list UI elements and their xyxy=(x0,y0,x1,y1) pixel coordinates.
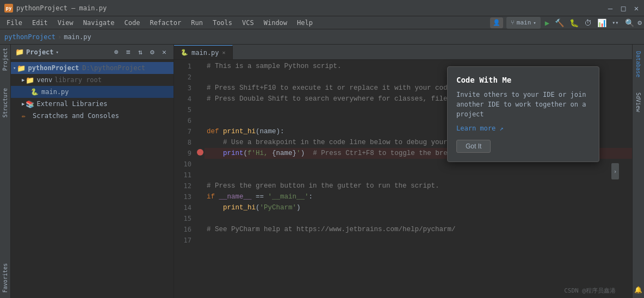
sidebar-item-sdview[interactable]: SdView xyxy=(633,88,643,116)
breakpoint-marker[interactable] xyxy=(197,149,203,156)
tree-item-root[interactable]: ▾ 📁 pythonProject D:\pythonProject xyxy=(11,62,174,74)
line-num-7: 7 xyxy=(174,126,191,137)
close-button[interactable]: ✕ xyxy=(633,5,640,11)
menu-run[interactable]: Run xyxy=(187,18,207,28)
user-icon[interactable]: 👤 xyxy=(490,17,503,28)
project-panel-header: 📁 Project ▾ ⊕ ≡ ⇅ ⚙ ✕ xyxy=(11,45,174,60)
sidebar-item-structure[interactable]: Structure xyxy=(1,85,10,121)
project-panel-title: Project xyxy=(26,48,54,56)
more-button[interactable]: ▾▾ xyxy=(611,18,620,27)
menu-tools[interactable]: Tools xyxy=(208,18,237,28)
line-num-6: 6 xyxy=(174,115,191,126)
title-bar: py pythonProject – main.py – □ ✕ xyxy=(0,0,644,16)
menu-vcs[interactable]: VCS xyxy=(238,18,258,28)
code-line-13: if __name__ == '__main__': xyxy=(205,191,632,202)
line-num-12: 12 xyxy=(174,181,191,191)
title-bar-left: py pythonProject – main.py xyxy=(4,4,107,13)
scratches-name: Scratches and Consoles xyxy=(33,112,119,120)
venv-name: venv xyxy=(36,76,52,84)
tree-item-main[interactable]: 🐍 main.py xyxy=(11,86,174,98)
app-icon: py xyxy=(4,4,13,13)
branch-selector[interactable]: ⑂ main ▾ xyxy=(506,17,541,29)
ext-libs-name: External Libraries xyxy=(36,100,107,108)
tab-close-icon[interactable]: ✕ xyxy=(222,49,226,55)
venv-suffix: library root xyxy=(54,76,102,84)
editor-tab-main[interactable]: 🐍 main.py ✕ xyxy=(174,45,233,59)
tree-item-scratches[interactable]: ✏ Scratches and Consoles xyxy=(11,110,174,122)
sidebar-item-favorites[interactable]: Favorites xyxy=(2,263,8,293)
menu-bar: File Edit View Navigate Code Refactor Ru… xyxy=(0,16,644,29)
line-num-15: 15 xyxy=(174,213,191,224)
breadcrumb-file[interactable]: main.py xyxy=(64,33,91,41)
breadcrumb: pythonProject › main.py xyxy=(4,33,91,41)
menu-edit[interactable]: Edit xyxy=(28,18,52,28)
branch-name: main xyxy=(517,19,531,26)
learn-more-link[interactable]: Learn more ↗ xyxy=(456,125,590,132)
settings-icon[interactable]: ⚙ xyxy=(147,47,157,57)
locate-file-icon[interactable]: ⊕ xyxy=(112,47,121,57)
popup-description: Invite others to your IDE or join anothe… xyxy=(456,90,590,119)
main-py-name: main.py xyxy=(41,88,69,96)
search-button[interactable]: 🔍 xyxy=(625,18,634,27)
window-controls: – □ ✕ xyxy=(607,5,640,11)
maximize-button[interactable]: □ xyxy=(620,5,627,11)
profile-button[interactable]: ⏱ xyxy=(583,17,593,28)
line-num-11: 11 xyxy=(174,170,191,181)
watermark: CSDN @程序员鑫港 xyxy=(564,287,616,295)
venv-folder-icon: 📁 xyxy=(26,76,34,84)
code-line-12: # Press the green button in the gutter t… xyxy=(205,181,632,191)
breadcrumb-separator: › xyxy=(58,33,61,41)
tree-item-venv[interactable]: ▶ 📁 venv library root xyxy=(11,74,174,86)
collapse-all-icon[interactable]: ≡ xyxy=(123,47,133,57)
close-panel-icon[interactable]: ✕ xyxy=(159,47,169,57)
project-folder-icon: 📁 xyxy=(17,64,26,72)
tab-label: main.py xyxy=(191,49,219,57)
dropdown-arrow-icon[interactable]: ▾ xyxy=(56,49,59,55)
menu-window[interactable]: Window xyxy=(259,18,292,28)
expand-arrow-icon: ▾ xyxy=(13,65,16,71)
line-numbers: 1 2 3 4 5 6 7 8 9 10 11 12 13 14 15 16 1… xyxy=(174,60,196,298)
code-line-11 xyxy=(205,170,632,181)
project-path: D:\pythonProject xyxy=(82,64,145,72)
branch-icon: ⑂ xyxy=(511,19,515,26)
line-num-13: 13 xyxy=(174,191,191,202)
debug-button[interactable]: 🐛 xyxy=(568,17,580,28)
editor-area: 🐍 main.py ✕ 1 2 3 4 5 6 7 8 9 10 11 12 1… xyxy=(174,45,632,298)
line-num-9: 9 xyxy=(174,148,191,159)
breadcrumb-project[interactable]: pythonProject xyxy=(4,33,55,41)
main-layout: Project Structure Favorites 📁 Project ▾ … xyxy=(0,45,644,298)
code-line-16: # See PyCharm help at https://www.jetbra… xyxy=(205,224,632,235)
sidebar-item-database[interactable]: Database xyxy=(633,47,643,82)
sort-icon[interactable]: ⇅ xyxy=(135,47,145,57)
menu-view[interactable]: View xyxy=(53,18,78,28)
line-num-8: 8 xyxy=(174,137,191,148)
run-button[interactable]: ▶ xyxy=(544,17,550,28)
menu-file[interactable]: File xyxy=(2,18,27,28)
build-button[interactable]: 🔨 xyxy=(554,17,565,28)
gutter xyxy=(196,60,205,298)
line-num-2: 2 xyxy=(174,72,191,83)
tree-item-external-libs[interactable]: ▶ 📚 External Libraries xyxy=(11,98,174,110)
project-name: pythonProject xyxy=(28,64,79,72)
tab-bar: 🐍 main.py ✕ xyxy=(174,45,632,60)
coverage-button[interactable]: 📊 xyxy=(596,17,608,28)
right-panel-tabs: Database SdView 🔔 xyxy=(632,45,644,298)
code-line-17 xyxy=(205,235,632,246)
line-num-14: 14 xyxy=(174,202,191,213)
left-panel-tabs: Project Structure Favorites xyxy=(0,45,11,298)
line-num-17: 17 xyxy=(174,235,191,246)
scratches-icon: ✏ xyxy=(22,112,30,120)
line-num-5: 5 xyxy=(174,104,191,115)
menu-navigate[interactable]: Navigate xyxy=(79,18,119,28)
branch-arrow-icon: ▾ xyxy=(533,20,536,26)
menu-refactor[interactable]: Refactor xyxy=(145,18,185,28)
menu-code[interactable]: Code xyxy=(120,18,145,28)
got-it-button[interactable]: Got It xyxy=(456,140,491,153)
notification-icon[interactable]: 🔔 xyxy=(634,286,642,294)
settings-icon[interactable]: ⚙ xyxy=(637,18,642,27)
code-line-14: print_hi('PyCharm') xyxy=(205,202,632,213)
minimize-button[interactable]: – xyxy=(607,5,614,11)
menu-help[interactable]: Help xyxy=(293,18,317,28)
sidebar-item-project[interactable]: Project xyxy=(1,45,10,74)
line-num-4: 4 xyxy=(174,94,191,104)
